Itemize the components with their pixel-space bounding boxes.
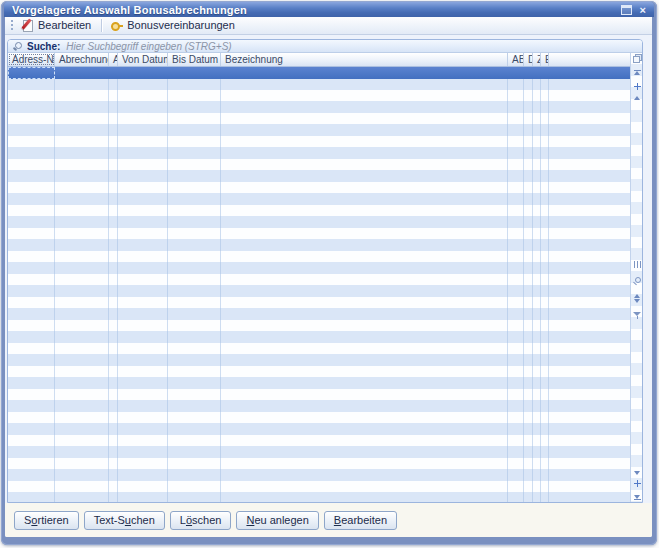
column-header-von-datum[interactable]: Von Datum	[118, 53, 168, 66]
footer-bar: Sortieren Text-Suchen Löschen Neu anlege…	[5, 503, 652, 537]
titlebar[interactable]: Vorgelagerte Auswahl Bonusabrechnungen ×	[4, 2, 654, 17]
delete-button[interactable]: Löschen	[170, 511, 232, 530]
new-button[interactable]: Neu anlegen	[236, 511, 318, 530]
column-header-bis-datum[interactable]: Bis Datum	[168, 53, 221, 66]
dialog-window: Vorgelagerte Auswahl Bonusabrechnungen ×…	[1, 1, 657, 545]
scroll-to-bottom-icon[interactable]	[631, 495, 643, 500]
column-header-bezeichnung[interactable]: Bezeichnung	[221, 53, 508, 66]
grid-header: Adress-Nr. Abrechnungs-Nr A Von Datum Bi…	[8, 53, 630, 67]
bonus-agreements-button[interactable]: Bonusvereinbarungen	[106, 18, 241, 33]
row-up-icon[interactable]	[631, 96, 643, 100]
bonus-agreements-label: Bonusvereinbarungen	[127, 19, 235, 31]
row-down-icon[interactable]	[631, 471, 643, 475]
sort-button[interactable]: Sortieren	[14, 511, 79, 530]
restore-window-icon[interactable]	[621, 5, 632, 15]
sort-icon[interactable]	[631, 294, 643, 303]
add-icon-bottom[interactable]	[631, 480, 643, 487]
search-icon	[12, 41, 23, 52]
edit-toolbar-button[interactable]: Bearbeiten	[18, 18, 97, 33]
edit-button[interactable]: Bearbeiten	[324, 511, 397, 530]
close-icon[interactable]: ×	[640, 5, 646, 15]
toolbar-separator	[101, 19, 102, 32]
column-header-a[interactable]: A	[109, 53, 118, 66]
bonus-grid-panel: Suche: Hier Suchbegriff eingeben (STRG+S…	[7, 39, 643, 503]
dialog-body: Bearbeiten Bonusvereinbarungen Suche: Hi…	[5, 17, 652, 537]
key-icon	[110, 19, 123, 31]
edit-toolbar-label: Bearbeiten	[38, 19, 91, 31]
column-header-d[interactable]: D	[524, 53, 533, 66]
grid-scroll-rail[interactable]	[630, 53, 642, 502]
toolbar: Bearbeiten Bonusvereinbarungen	[5, 17, 652, 35]
window-title: Vorgelagerte Auswahl Bonusabrechnungen	[12, 4, 247, 16]
column-chooser-icon[interactable]	[631, 54, 643, 62]
column-header-adress-nr[interactable]: Adress-Nr.	[8, 53, 55, 66]
search-bar[interactable]: Suche: Hier Suchbegriff eingeben (STRG+S…	[8, 40, 642, 53]
edit-icon	[22, 19, 34, 31]
selected-cell[interactable]	[8, 67, 55, 79]
toolbar-grip-icon[interactable]	[11, 20, 13, 32]
text-search-button[interactable]: Text-Suchen	[84, 511, 165, 530]
columns-icon[interactable]	[631, 261, 643, 268]
add-icon[interactable]	[631, 83, 643, 90]
zoom-icon[interactable]	[631, 277, 643, 286]
column-header-e[interactable]: E	[541, 53, 549, 66]
grid-body[interactable]	[8, 67, 630, 502]
column-header-abrechnungs-nr[interactable]: Abrechnungs-Nr	[55, 53, 109, 66]
selected-row[interactable]	[8, 67, 630, 79]
column-header-z[interactable]: Z	[533, 53, 541, 66]
search-label: Suche:	[27, 41, 60, 52]
scroll-to-top-icon[interactable]	[631, 70, 643, 75]
column-header-ab[interactable]: AB	[508, 53, 524, 66]
filter-icon[interactable]	[631, 312, 643, 319]
grid-column-lines	[8, 67, 630, 502]
footer-buttons: Sortieren Text-Suchen Löschen Neu anlege…	[14, 511, 397, 530]
search-input[interactable]: Hier Suchbegriff eingeben (STRG+S)	[66, 41, 231, 52]
column-header-filler	[549, 53, 630, 66]
